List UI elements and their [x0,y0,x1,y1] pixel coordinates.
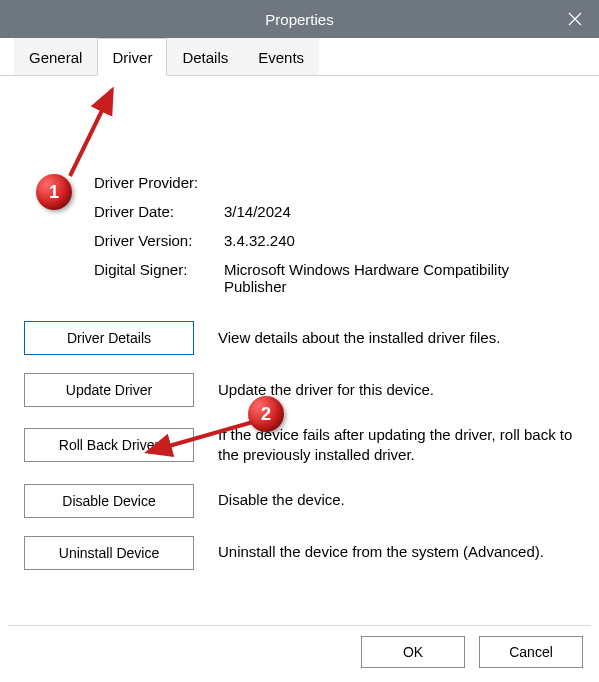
tab-details[interactable]: Details [167,38,243,75]
roll-back-driver-desc: If the device fails after updating the d… [218,425,575,466]
footer-divider [8,625,591,626]
driver-provider-label: Driver Provider: [94,174,224,191]
digital-signer-label: Digital Signer: [94,261,224,295]
tab-content: Driver Provider: Driver Date: 3/14/2024 … [0,76,599,598]
disable-device-desc: Disable the device. [218,490,575,510]
titlebar: Properties [0,0,599,38]
digital-signer-value: Microsoft Windows Hardware Compatibility… [224,261,575,295]
driver-details-desc: View details about the installed driver … [218,328,575,348]
dialog-footer: OK Cancel [361,636,583,668]
driver-details-button[interactable]: Driver Details [24,321,194,355]
window-title: Properties [265,11,333,28]
tab-general[interactable]: General [14,38,97,75]
driver-date-value: 3/14/2024 [224,203,575,220]
roll-back-driver-button[interactable]: Roll Back Driver [24,428,194,462]
driver-provider-value [224,174,575,191]
uninstall-device-button[interactable]: Uninstall Device [24,536,194,570]
disable-device-button[interactable]: Disable Device [24,484,194,518]
ok-button[interactable]: OK [361,636,465,668]
uninstall-device-desc: Uninstall the device from the system (Ad… [218,542,575,562]
driver-actions: Driver Details View details about the in… [24,321,575,570]
update-driver-desc: Update the driver for this device. [218,380,575,400]
driver-info: Driver Provider: Driver Date: 3/14/2024 … [94,174,575,295]
tab-events[interactable]: Events [243,38,319,75]
driver-version-label: Driver Version: [94,232,224,249]
update-driver-button[interactable]: Update Driver [24,373,194,407]
close-button[interactable] [551,0,599,38]
driver-date-label: Driver Date: [94,203,224,220]
driver-version-value: 3.4.32.240 [224,232,575,249]
tab-strip: General Driver Details Events [0,38,599,76]
close-icon [568,12,582,26]
cancel-button[interactable]: Cancel [479,636,583,668]
tab-driver[interactable]: Driver [97,38,167,76]
